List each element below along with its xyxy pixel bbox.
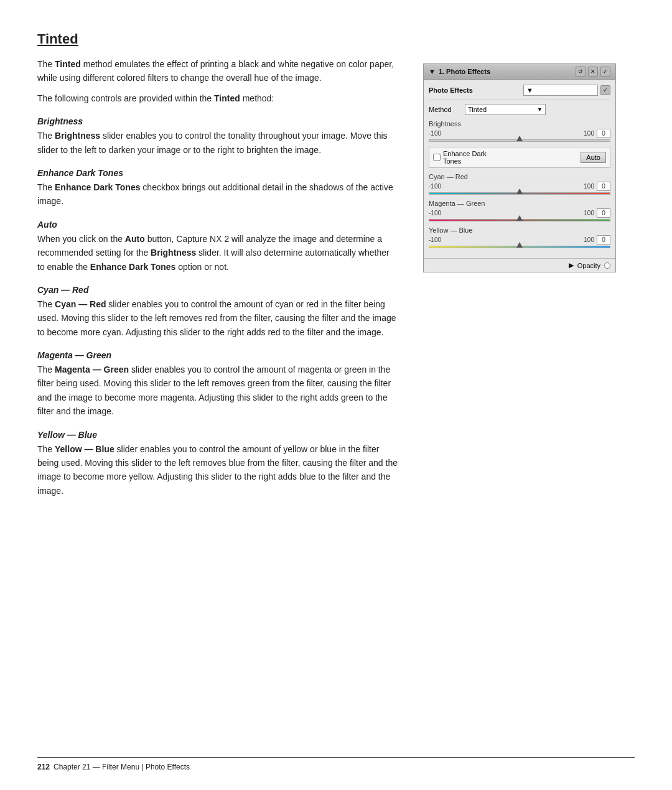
- cyan-min: -100: [429, 183, 441, 190]
- brightness-slider-container: Brightness -100 100 0: [429, 120, 610, 142]
- footer-chapter: Chapter 21 — Filter Menu | Photo Effects: [54, 763, 190, 771]
- triangle-icon: ▼: [429, 68, 436, 75]
- subsection-body-magenta-green: The Magenta — Green slider enables you t…: [37, 363, 398, 419]
- panel-body: Photo Effects ▼ ✓ Method Tinted: [424, 80, 615, 258]
- photo-effects-panel: ▼ 1. Photo Effects ↺ ✕ ✓ Photo Effects: [423, 63, 616, 272]
- photo-effects-check[interactable]: ✓: [600, 85, 610, 95]
- enhance-left: Enhance DarkTones: [433, 150, 487, 165]
- intro-paragraph-1: The Tinted method emulates the effect of…: [37, 57, 398, 85]
- opacity-label: Opacity: [577, 262, 600, 269]
- panel-footer: ▶ Opacity: [424, 258, 615, 272]
- photo-effects-label: Photo Effects: [429, 86, 473, 94]
- magenta-value[interactable]: 0: [597, 208, 610, 218]
- enhance-dark-tones-label: Enhance DarkTones: [443, 150, 487, 165]
- magenta-thumb[interactable]: [516, 215, 523, 221]
- intro-paragraph-2: The following controls are provided with…: [37, 91, 398, 105]
- cyan-red-slider-container: Cyan — Red -100 100 0: [429, 173, 610, 195]
- magenta-min: -100: [429, 210, 441, 216]
- magenta-green-track[interactable]: [429, 219, 610, 221]
- footer-page-number: 212: [37, 763, 50, 771]
- photo-effects-dropdown[interactable]: ▼: [523, 85, 598, 96]
- subsection-cyan-red: Cyan — Red The Cyan — Red slider enables…: [37, 285, 398, 339]
- brightness-thumb[interactable]: [516, 136, 523, 141]
- cyan-red-label: Cyan — Red: [429, 173, 610, 180]
- subsection-title-cyan-red: Cyan — Red: [37, 285, 398, 295]
- yellow-max: 100: [584, 236, 594, 243]
- page-title: Tinted: [37, 31, 635, 47]
- brightness-label: Brightness: [429, 120, 610, 128]
- brightness-track[interactable]: [429, 139, 610, 142]
- page-footer: 212 Chapter 21 — Filter Menu | Photo Eff…: [37, 757, 635, 771]
- yellow-blue-slider-container: Yellow — Blue -100 100 0: [429, 226, 610, 248]
- close-icon[interactable]: ✕: [588, 67, 598, 77]
- method-dropdown-arrow: ▼: [537, 106, 543, 113]
- enhance-dark-tones-checkbox[interactable]: [433, 154, 441, 161]
- magenta-green-label: Magenta — Green: [429, 200, 610, 207]
- right-arrow-icon: ▶: [569, 261, 574, 269]
- cyan-red-track[interactable]: [429, 192, 610, 195]
- subsection-title-enhance: Enhance Dark Tones: [37, 168, 398, 178]
- opacity-radio[interactable]: [604, 263, 610, 269]
- method-dropdown[interactable]: Tinted ▼: [465, 104, 546, 115]
- subsection-body-yellow-blue: The Yellow — Blue slider enables you to …: [37, 442, 398, 498]
- magenta-green-slider-container: Magenta — Green -100 100 0: [429, 200, 610, 221]
- magenta-max: 100: [584, 210, 594, 216]
- yellow-blue-track[interactable]: [429, 246, 610, 248]
- photo-effects-row: Photo Effects ▼ ✓: [429, 85, 610, 100]
- subsection-title-auto: Auto: [37, 220, 398, 230]
- subsection-magenta-green: Magenta — Green The Magenta — Green slid…: [37, 350, 398, 419]
- subsection-title-yellow-blue: Yellow — Blue: [37, 430, 398, 440]
- yellow-blue-label: Yellow — Blue: [429, 226, 610, 234]
- subsection-body-brightness: The Brightness slider enables you to con…: [37, 129, 398, 157]
- brightness-min: -100: [429, 130, 441, 137]
- panel-header-controls: ↺ ✕ ✓: [576, 67, 610, 77]
- method-row: Method Tinted ▼: [429, 104, 610, 115]
- content-row: The Tinted method emulates the effect of…: [37, 57, 635, 498]
- subsection-body-cyan-red: The Cyan — Red slider enables you to con…: [37, 297, 398, 339]
- brightness-max: 100: [584, 130, 594, 137]
- method-label: Method: [429, 106, 460, 113]
- photo-effects-dropdown-arrow: ▼: [526, 86, 533, 94]
- method-value: Tinted: [468, 106, 487, 113]
- yellow-min: -100: [429, 236, 441, 243]
- cyan-max: 100: [584, 183, 594, 190]
- ui-panel-column: ▼ 1. Photo Effects ↺ ✕ ✓ Photo Effects: [423, 63, 616, 272]
- panel-header: ▼ 1. Photo Effects ↺ ✕ ✓: [424, 64, 615, 80]
- subsection-title-magenta-green: Magenta — Green: [37, 350, 398, 360]
- subsection-yellow-blue: Yellow — Blue The Yellow — Blue slider e…: [37, 430, 398, 498]
- refresh-icon[interactable]: ↺: [576, 67, 586, 77]
- panel-header-title: ▼ 1. Photo Effects: [429, 68, 490, 75]
- cyan-thumb[interactable]: [516, 188, 523, 194]
- text-column: The Tinted method emulates the effect of…: [37, 57, 398, 498]
- yellow-value[interactable]: 0: [597, 235, 610, 244]
- subsection-auto: Auto When you click on the Auto button, …: [37, 220, 398, 274]
- page: Tinted The Tinted method emulates the ef…: [0, 0, 672, 535]
- subsection-brightness: Brightness The Brightness slider enables…: [37, 116, 398, 157]
- subsection-body-enhance: The Enhance Dark Tones checkbox brings o…: [37, 180, 398, 208]
- yellow-thumb[interactable]: [516, 242, 523, 248]
- subsection-body-auto: When you click on the Auto button, Captu…: [37, 232, 398, 274]
- enhance-dark-tones-row: Enhance DarkTones Auto: [429, 147, 610, 168]
- subsection-title-brightness: Brightness: [37, 116, 398, 126]
- brightness-value[interactable]: 0: [597, 129, 610, 138]
- auto-button[interactable]: Auto: [581, 152, 606, 163]
- panel-title-text: 1. Photo Effects: [439, 68, 490, 75]
- check-icon[interactable]: ✓: [600, 67, 610, 77]
- photo-effects-controls: ▼ ✓: [523, 85, 610, 96]
- cyan-value[interactable]: 0: [597, 182, 610, 191]
- subsection-enhance-dark-tones: Enhance Dark Tones The Enhance Dark Tone…: [37, 168, 398, 208]
